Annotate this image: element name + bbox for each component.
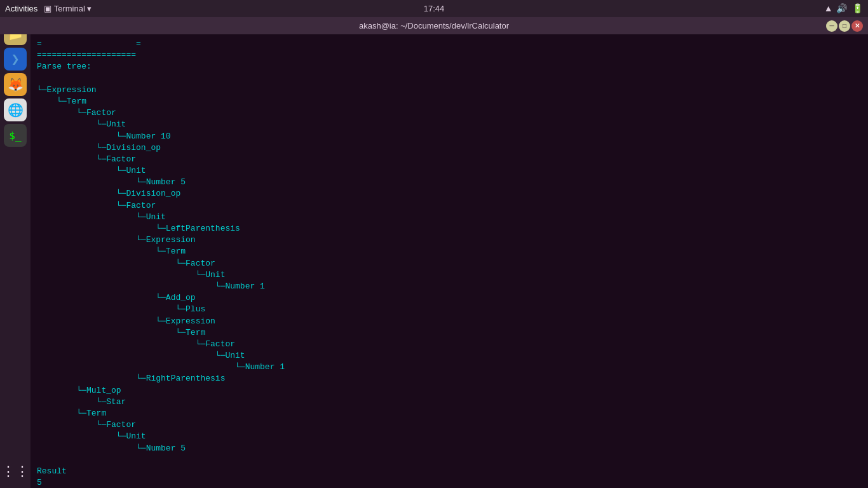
tree-term-2: └─Term xyxy=(37,246,862,257)
tree-term-3: └─Term xyxy=(37,327,862,339)
tree-mult-op: └─Mult_op xyxy=(37,385,862,396)
tree-factor-4: └─Factor xyxy=(37,258,862,269)
system-bar-clock: 17:44 xyxy=(424,4,445,13)
activities-label[interactable]: Activities xyxy=(5,4,37,13)
terminal-dock-icon[interactable]: $_ xyxy=(4,124,27,147)
tree-unit-3: └─Unit xyxy=(37,212,862,223)
vscode-dock-icon[interactable]: ❯ xyxy=(4,48,27,71)
terminal-menu-label[interactable]: ▣ Terminal ▾ xyxy=(44,4,92,13)
time-display: 17:44 xyxy=(424,4,445,13)
tree-factor-3: └─Factor xyxy=(37,200,862,212)
tree-factor-5: └─Factor xyxy=(37,339,862,350)
tree-leftparen: └─LeftParenthesis xyxy=(37,223,862,234)
title-bar: akash@ia: ~/Documents/dev/lrCalculator ─… xyxy=(0,17,868,34)
result-value: 5 xyxy=(37,477,862,488)
tree-unit-2: └─Unit xyxy=(37,165,862,177)
tree-unit-4: └─Unit xyxy=(37,269,862,281)
tree-star: └─Star xyxy=(37,396,862,408)
window-title: akash@ia: ~/Documents/dev/lrCalculator xyxy=(359,21,509,30)
parse-tree-label: Parse tree: xyxy=(37,61,862,72)
tree-number-10: └─Number 10 xyxy=(37,131,862,142)
tree-factor-2: └─Factor xyxy=(37,154,862,165)
tree-division-op-1: └─Division_op xyxy=(37,142,862,154)
window-controls[interactable]: ─ □ ✕ xyxy=(826,20,863,32)
tree-expression: └─Expression xyxy=(37,85,862,96)
tree-expression-2: └─Expression xyxy=(37,234,862,246)
firefox-dock-icon[interactable]: 🦊 xyxy=(4,73,27,96)
terminal-content: = = ==================== Parse tree: └─E… xyxy=(31,34,868,488)
tree-number-1-1: └─Number 1 xyxy=(37,281,862,292)
separator-line-2: ==================== xyxy=(37,50,862,61)
terminal-icon-small: ▣ xyxy=(44,4,51,13)
tree-rightparen: └─RightParenthesis xyxy=(37,373,862,384)
maximize-button[interactable]: □ xyxy=(839,20,850,32)
tree-term-4: └─Term xyxy=(37,408,862,419)
tree-division-op-2: └─Division_op xyxy=(37,188,862,200)
battery-icon: 🔋 xyxy=(852,3,863,14)
system-bar-right: ▲ 🔊 🔋 xyxy=(826,3,863,14)
volume-icon: 🔊 xyxy=(836,3,847,14)
dropdown-arrow-icon: ▾ xyxy=(87,4,92,13)
tree-unit-5: └─Unit xyxy=(37,350,862,362)
tree-number-5-1: └─Number 5 xyxy=(37,177,862,188)
tree-factor-6: └─Factor xyxy=(37,419,862,431)
close-button[interactable]: ✕ xyxy=(851,20,863,32)
tree-factor-1: └─Factor xyxy=(37,107,862,119)
tree-number-5-2: └─Number 5 xyxy=(37,443,862,454)
tree-plus: └─Plus xyxy=(37,304,862,315)
tree-expression-3: └─Expression xyxy=(37,316,862,327)
blank-2 xyxy=(37,454,862,466)
tree-unit-6: └─Unit xyxy=(37,431,862,442)
apps-dock-icon[interactable]: ⋮⋮ xyxy=(4,460,27,483)
chrome-dock-icon[interactable]: 🌐 xyxy=(4,98,27,121)
minimize-button[interactable]: ─ xyxy=(826,20,837,32)
blank-1 xyxy=(37,73,862,85)
system-bar: Activities ▣ Terminal ▾ 17:44 ▲ 🔊 🔋 xyxy=(0,0,868,17)
wifi-icon: ▲ xyxy=(826,4,831,14)
result-label: Result xyxy=(37,466,862,477)
system-bar-left: Activities ▣ Terminal ▾ xyxy=(5,4,92,13)
tree-number-1-2: └─Number 1 xyxy=(37,362,862,373)
tree-add-op: └─Add_op xyxy=(37,292,862,304)
dock: 📁 ❯ 🦊 🌐 $_ ⋮⋮ xyxy=(0,17,31,488)
tree-unit-1: └─Unit xyxy=(37,119,862,130)
separator-line-1: = = xyxy=(37,38,862,50)
tree-term-1: └─Term xyxy=(37,96,862,107)
